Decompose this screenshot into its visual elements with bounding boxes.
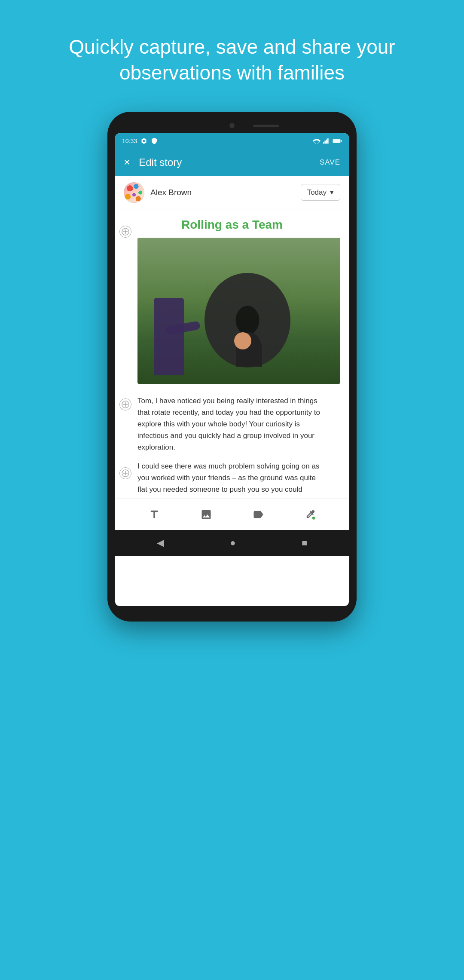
add-content-button-1[interactable] (119, 398, 131, 410)
phone-bottom-bezel (115, 606, 349, 614)
add-content-button-2[interactable] (119, 467, 131, 479)
date-label: Today (307, 188, 327, 197)
story-image-container (115, 238, 349, 388)
story-paragraph-2: I could see there was much problem solvi… (137, 460, 327, 496)
security-icon (151, 138, 158, 144)
dropdown-arrow-icon: ▾ (330, 188, 334, 197)
back-button[interactable]: ◀ (157, 537, 164, 548)
svg-rect-2 (326, 139, 327, 143)
phone-notch (115, 119, 349, 133)
status-time: 10:33 (122, 138, 137, 144)
story-content: Rolling as a Team (115, 209, 349, 530)
phone-speaker (253, 125, 279, 127)
svg-rect-6 (341, 140, 342, 142)
save-button[interactable]: SAVE (320, 158, 340, 167)
phone-camera (229, 123, 235, 128)
svg-rect-0 (323, 142, 324, 144)
tag-tool-button[interactable] (249, 505, 268, 524)
settings-icon (140, 138, 147, 144)
svg-rect-3 (327, 138, 329, 144)
svg-point-16 (312, 517, 315, 520)
toolbar-title: Edit story (139, 156, 320, 168)
recents-button[interactable]: ■ (302, 537, 307, 548)
avatar (124, 182, 144, 203)
bottom-toolbar (115, 499, 349, 530)
text-block-1: Tom, I have noticed you being really int… (115, 388, 349, 457)
wifi-icon (313, 138, 321, 144)
image-tool-button[interactable] (197, 505, 216, 524)
story-image (137, 238, 340, 384)
text-tool-button[interactable] (145, 505, 164, 524)
status-icons (313, 138, 342, 144)
phone-screen: 10:33 (115, 133, 349, 606)
svg-rect-1 (324, 141, 326, 144)
close-button[interactable]: × (124, 156, 130, 169)
story-title: Rolling as a Team (115, 209, 349, 238)
app-toolbar: × Edit story SAVE (115, 149, 349, 176)
story-paragraph-1: Tom, I have noticed you being really int… (137, 395, 327, 453)
date-dropdown[interactable]: Today ▾ (301, 184, 340, 201)
status-bar: 10:33 (115, 133, 349, 149)
home-button[interactable]: ● (230, 537, 235, 548)
add-content-button-top[interactable] (119, 226, 131, 238)
navigation-bar: ◀ ● ■ (115, 530, 349, 556)
user-bar: Alex Brown Today ▾ (115, 176, 349, 209)
battery-icon (333, 138, 342, 144)
hero-headline: Quickly capture, save and share your obs… (0, 0, 464, 112)
user-name: Alex Brown (150, 188, 301, 197)
signal-icon (323, 138, 330, 144)
phone-mockup: 10:33 (107, 112, 357, 622)
color-tool-button[interactable] (301, 505, 320, 524)
text-block-2: I could see there was much problem solvi… (115, 457, 349, 499)
svg-rect-5 (333, 139, 340, 143)
